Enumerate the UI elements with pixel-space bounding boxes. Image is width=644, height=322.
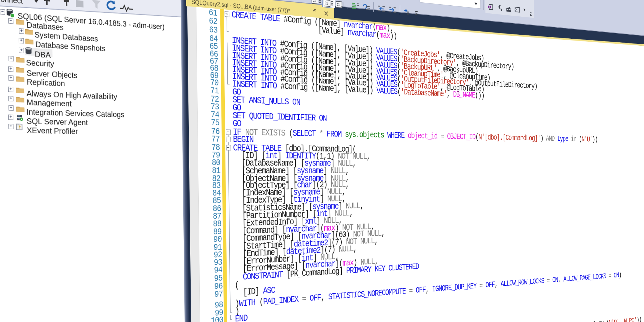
svg-text:01: 01 [337,3,340,7]
svg-text:01: 01 [313,0,316,3]
svg-text:@: @ [407,10,409,16]
svg-text:01: 01 [325,1,328,5]
